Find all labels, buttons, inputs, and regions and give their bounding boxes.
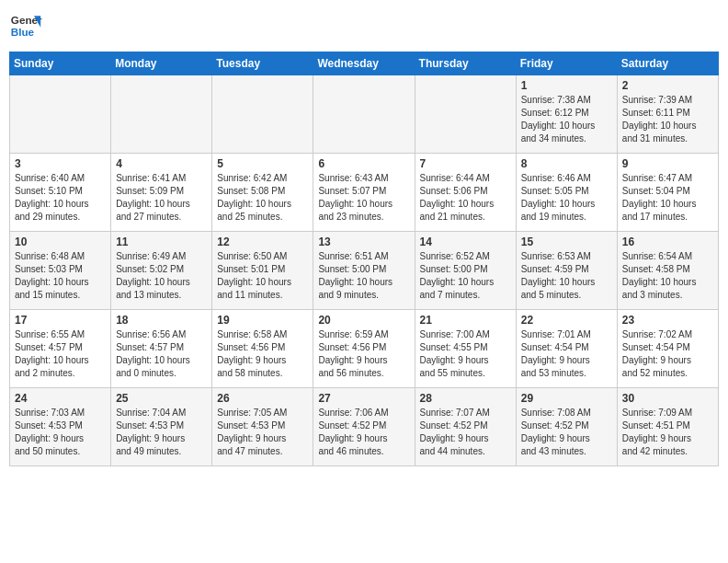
day-number: 3: [15, 157, 106, 170]
day-info: Sunrise: 7:08 AM Sunset: 4:52 PM Dayligh…: [521, 407, 612, 458]
day-number: 6: [318, 157, 409, 170]
day-number: 25: [116, 392, 207, 405]
day-info: Sunrise: 7:39 AM Sunset: 6:11 PM Dayligh…: [622, 94, 713, 145]
calendar-cell: 23Sunrise: 7:02 AM Sunset: 4:54 PM Dayli…: [617, 310, 718, 388]
day-number: 28: [420, 392, 511, 405]
day-number: 1: [521, 79, 612, 92]
day-number: 26: [217, 392, 308, 405]
day-info: Sunrise: 6:47 AM Sunset: 5:04 PM Dayligh…: [622, 172, 713, 224]
day-number: 15: [521, 236, 612, 248]
day-number: 4: [116, 157, 207, 170]
page-header: General Blue: [9, 9, 719, 42]
day-number: 12: [217, 236, 308, 248]
day-info: Sunrise: 6:51 AM Sunset: 5:00 PM Dayligh…: [318, 250, 409, 302]
day-number: 22: [521, 314, 612, 327]
calendar-cell: 1Sunrise: 7:38 AM Sunset: 6:12 PM Daylig…: [516, 75, 617, 154]
calendar-cell: 27Sunrise: 7:06 AM Sunset: 4:52 PM Dayli…: [313, 388, 415, 466]
day-number: 21: [420, 314, 511, 327]
day-number: 27: [318, 392, 409, 405]
calendar-cell: 14Sunrise: 6:52 AM Sunset: 5:00 PM Dayli…: [415, 232, 516, 310]
weekday-header-friday: Friday: [516, 52, 617, 75]
day-info: Sunrise: 6:53 AM Sunset: 4:59 PM Dayligh…: [521, 250, 612, 302]
day-info: Sunrise: 6:40 AM Sunset: 5:10 PM Dayligh…: [15, 172, 106, 224]
calendar-cell: 8Sunrise: 6:46 AM Sunset: 5:05 PM Daylig…: [516, 154, 617, 232]
calendar-cell: 16Sunrise: 6:54 AM Sunset: 4:58 PM Dayli…: [617, 232, 718, 310]
calendar-cell: 17Sunrise: 6:55 AM Sunset: 4:57 PM Dayli…: [10, 310, 111, 388]
weekday-header-thursday: Thursday: [415, 52, 516, 75]
day-number: 2: [622, 79, 713, 92]
calendar-cell: 20Sunrise: 6:59 AM Sunset: 4:56 PM Dayli…: [313, 310, 415, 388]
calendar-cell: 6Sunrise: 6:43 AM Sunset: 5:07 PM Daylig…: [313, 154, 415, 232]
weekday-header-sunday: Sunday: [10, 52, 111, 75]
week-row-1: 1Sunrise: 7:38 AM Sunset: 6:12 PM Daylig…: [10, 75, 719, 154]
day-number: 23: [622, 314, 713, 327]
calendar-cell: 10Sunrise: 6:48 AM Sunset: 5:03 PM Dayli…: [10, 232, 111, 310]
day-info: Sunrise: 6:41 AM Sunset: 5:09 PM Dayligh…: [116, 172, 207, 224]
day-number: 14: [420, 236, 511, 248]
day-info: Sunrise: 7:38 AM Sunset: 6:12 PM Dayligh…: [521, 94, 612, 145]
calendar-cell: 12Sunrise: 6:50 AM Sunset: 5:01 PM Dayli…: [212, 232, 313, 310]
day-info: Sunrise: 7:04 AM Sunset: 4:53 PM Dayligh…: [116, 407, 207, 458]
day-info: Sunrise: 6:49 AM Sunset: 5:02 PM Dayligh…: [116, 250, 207, 302]
calendar-cell: 29Sunrise: 7:08 AM Sunset: 4:52 PM Dayli…: [516, 388, 617, 466]
day-number: 10: [15, 236, 106, 248]
day-number: 30: [622, 392, 713, 405]
day-info: Sunrise: 6:42 AM Sunset: 5:08 PM Dayligh…: [217, 172, 308, 224]
calendar-cell: [212, 75, 313, 154]
calendar-cell: 7Sunrise: 6:44 AM Sunset: 5:06 PM Daylig…: [415, 154, 516, 232]
day-number: 24: [15, 392, 106, 405]
weekday-header-saturday: Saturday: [617, 52, 718, 75]
calendar-cell: 9Sunrise: 6:47 AM Sunset: 5:04 PM Daylig…: [617, 154, 718, 232]
day-info: Sunrise: 7:05 AM Sunset: 4:53 PM Dayligh…: [217, 407, 308, 458]
day-number: 18: [116, 314, 207, 327]
calendar-cell: [111, 75, 212, 154]
calendar-cell: 19Sunrise: 6:58 AM Sunset: 4:56 PM Dayli…: [212, 310, 313, 388]
weekday-header-tuesday: Tuesday: [212, 52, 313, 75]
week-row-5: 24Sunrise: 7:03 AM Sunset: 4:53 PM Dayli…: [10, 388, 719, 466]
day-number: 11: [116, 236, 207, 248]
calendar-cell: 25Sunrise: 7:04 AM Sunset: 4:53 PM Dayli…: [111, 388, 212, 466]
day-info: Sunrise: 7:03 AM Sunset: 4:53 PM Dayligh…: [15, 407, 106, 458]
calendar-cell: 2Sunrise: 7:39 AM Sunset: 6:11 PM Daylig…: [617, 75, 718, 154]
calendar-cell: 28Sunrise: 7:07 AM Sunset: 4:52 PM Dayli…: [415, 388, 516, 466]
calendar-cell: [313, 75, 415, 154]
day-info: Sunrise: 6:43 AM Sunset: 5:07 PM Dayligh…: [318, 172, 409, 224]
week-row-4: 17Sunrise: 6:55 AM Sunset: 4:57 PM Dayli…: [10, 310, 719, 388]
day-info: Sunrise: 7:00 AM Sunset: 4:55 PM Dayligh…: [420, 328, 511, 380]
day-number: 17: [15, 314, 106, 327]
day-info: Sunrise: 6:56 AM Sunset: 4:57 PM Dayligh…: [116, 328, 207, 380]
calendar-cell: 22Sunrise: 7:01 AM Sunset: 4:54 PM Dayli…: [516, 310, 617, 388]
calendar-cell: 3Sunrise: 6:40 AM Sunset: 5:10 PM Daylig…: [10, 154, 111, 232]
weekday-header-row: SundayMondayTuesdayWednesdayThursdayFrid…: [10, 52, 719, 75]
week-row-3: 10Sunrise: 6:48 AM Sunset: 5:03 PM Dayli…: [10, 232, 719, 310]
day-info: Sunrise: 6:44 AM Sunset: 5:06 PM Dayligh…: [420, 172, 511, 224]
day-number: 13: [318, 236, 409, 248]
day-number: 8: [521, 157, 612, 170]
day-info: Sunrise: 6:54 AM Sunset: 4:58 PM Dayligh…: [622, 250, 713, 302]
day-number: 29: [521, 392, 612, 405]
logo-icon: General Blue: [9, 9, 42, 42]
day-info: Sunrise: 7:06 AM Sunset: 4:52 PM Dayligh…: [318, 407, 409, 458]
day-info: Sunrise: 6:46 AM Sunset: 5:05 PM Dayligh…: [521, 172, 612, 224]
day-info: Sunrise: 7:02 AM Sunset: 4:54 PM Dayligh…: [622, 328, 713, 380]
day-info: Sunrise: 6:52 AM Sunset: 5:00 PM Dayligh…: [420, 250, 511, 302]
calendar-cell: [10, 75, 111, 154]
day-number: 9: [622, 157, 713, 170]
logo: General Blue: [9, 9, 42, 42]
weekday-header-monday: Monday: [111, 52, 212, 75]
svg-text:Blue: Blue: [11, 26, 35, 38]
day-info: Sunrise: 7:01 AM Sunset: 4:54 PM Dayligh…: [521, 328, 612, 380]
week-row-2: 3Sunrise: 6:40 AM Sunset: 5:10 PM Daylig…: [10, 154, 719, 232]
day-number: 5: [217, 157, 308, 170]
calendar-cell: 13Sunrise: 6:51 AM Sunset: 5:00 PM Dayli…: [313, 232, 415, 310]
day-info: Sunrise: 6:50 AM Sunset: 5:01 PM Dayligh…: [217, 250, 308, 302]
calendar-cell: 18Sunrise: 6:56 AM Sunset: 4:57 PM Dayli…: [111, 310, 212, 388]
calendar-cell: 26Sunrise: 7:05 AM Sunset: 4:53 PM Dayli…: [212, 388, 313, 466]
day-info: Sunrise: 7:07 AM Sunset: 4:52 PM Dayligh…: [420, 407, 511, 458]
calendar-cell: 11Sunrise: 6:49 AM Sunset: 5:02 PM Dayli…: [111, 232, 212, 310]
day-number: 16: [622, 236, 713, 248]
day-number: 7: [420, 157, 511, 170]
calendar-cell: [415, 75, 516, 154]
calendar-cell: 5Sunrise: 6:42 AM Sunset: 5:08 PM Daylig…: [212, 154, 313, 232]
calendar-cell: 4Sunrise: 6:41 AM Sunset: 5:09 PM Daylig…: [111, 154, 212, 232]
